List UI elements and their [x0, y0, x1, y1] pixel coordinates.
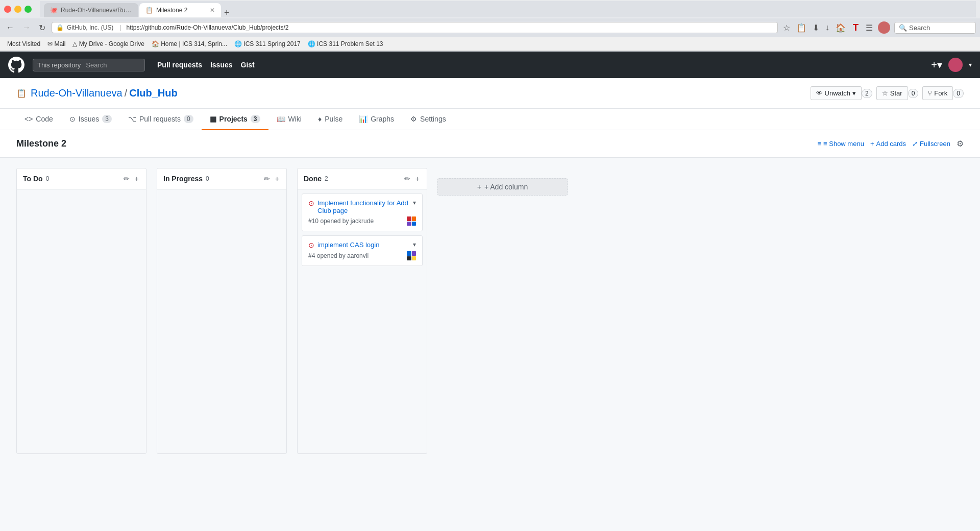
projects-count: 3	[251, 115, 260, 123]
forward-button[interactable]: →	[20, 22, 33, 33]
browser-addressbar: ← → ↻ 🔒 GitHub, Inc. (US) | ☆ 📋 ⬇ ↓ 🏠 T …	[0, 18, 980, 37]
browser-tab-2[interactable]: 📋 Milestone 2 ✕	[139, 3, 221, 17]
column-inprogress-actions: ✏ +	[263, 174, 280, 184]
repo-header: 📋 Rude-Oh-Villanueva / Club_Hub 👁 Unwatc…	[0, 78, 980, 109]
back-button[interactable]: ←	[4, 22, 16, 33]
browser-tab-1[interactable]: 🐙 Rude-Oh-Villanueva/Rude-C...	[44, 3, 138, 17]
user-avatar-dropdown[interactable]: ▾	[969, 61, 972, 68]
minimize-btn[interactable]	[14, 6, 21, 13]
repo-owner-link[interactable]: Rude-Oh-Villanueva	[31, 87, 122, 99]
issue-open-icon: ⊙	[308, 199, 314, 207]
bookmark-star-icon[interactable]: ☆	[782, 22, 791, 34]
add-card-inprogress-button[interactable]: +	[274, 174, 280, 184]
github-nav: Pull requests Issues Gist	[157, 61, 255, 69]
browser-tab-bar: 🐙 Rude-Oh-Villanueva/Rude-C... 📋 Milesto…	[40, 1, 976, 17]
code-icon: <>	[24, 115, 33, 123]
bookmark-ics311[interactable]: 🌐 ICS 311 Spring 2017	[231, 39, 304, 49]
menu-icon[interactable]: ☰	[865, 22, 874, 34]
card-2-issue-info: #4 opened by aaronvil	[308, 252, 369, 259]
edit-inprogress-column-button[interactable]: ✏	[263, 174, 271, 184]
bookmark-mail[interactable]: ✉ Mail	[44, 39, 68, 49]
nav-issues[interactable]: Issues	[210, 61, 233, 69]
tab-graphs[interactable]: 📊 Graphs	[351, 109, 402, 130]
column-done: Done 2 ✏ + ⊙ Implement functionality for…	[297, 168, 427, 454]
github-header: This repository Search Pull requests Iss…	[0, 52, 980, 78]
fullscreen-button[interactable]: ⤢ Fullscreen	[912, 140, 950, 148]
fork-button[interactable]: ⑂ Fork	[922, 86, 953, 100]
add-column-button[interactable]: + + Add column	[437, 178, 568, 196]
tab-projects[interactable]: ▦ Projects 3	[202, 109, 268, 130]
plus-icon: +	[870, 140, 874, 148]
bookmark-ics314[interactable]: 🏠 Home | ICS 314, Sprin...	[149, 39, 230, 49]
bookmarks-bar: Most Visited ✉ Mail △ My Drive - Google …	[0, 37, 980, 51]
bookmark-ics311ps[interactable]: 🌐 ICS 311 Problem Set 13	[305, 39, 386, 49]
repo-icon: 📋	[16, 88, 27, 98]
unwatch-button[interactable]: 👁 Unwatch ▾	[811, 86, 862, 100]
search-icon: 🔍	[899, 24, 907, 32]
card-1-title[interactable]: Implement functionality for Add Club pag…	[317, 199, 410, 214]
fork-group: ⑂ Fork 0	[922, 86, 964, 100]
repo-title: 📋 Rude-Oh-Villanueva / Club_Hub	[16, 87, 178, 99]
github-search-box[interactable]: This repository Search	[33, 59, 145, 71]
close-btn[interactable]	[4, 6, 11, 13]
bookmark-most-visited[interactable]: Most Visited	[4, 39, 43, 49]
show-menu-button[interactable]: ≡ ≡ Show menu	[817, 140, 864, 148]
column-done-count: 2	[325, 175, 328, 182]
star-count: 0	[908, 89, 919, 98]
column-todo-actions: ✏ +	[122, 174, 140, 184]
nav-gist[interactable]: Gist	[241, 61, 255, 69]
tab-pulse[interactable]: ♦ Pulse	[310, 109, 351, 130]
address-bar[interactable]: 🔒 GitHub, Inc. (US) |	[52, 22, 778, 33]
edit-done-column-button[interactable]: ✏	[403, 174, 411, 184]
add-card-todo-button[interactable]: +	[134, 174, 140, 184]
add-column-area: + + Add column	[437, 168, 568, 454]
tab2-icon: 📋	[145, 7, 153, 14]
issues-count: 3	[102, 115, 112, 123]
tab-pullrequests[interactable]: ⌥ Pull requests 0	[120, 109, 202, 130]
tab2-close-icon[interactable]: ✕	[210, 7, 215, 14]
refresh-button[interactable]: ↻	[37, 22, 47, 34]
card-2-header: ⊙ implement CAS login ▾	[308, 241, 416, 249]
star-label: Star	[890, 89, 902, 97]
card-1-toggle[interactable]: ▾	[413, 199, 416, 206]
readinglist-icon[interactable]: 📋	[795, 22, 807, 34]
home-icon[interactable]: 🏠	[835, 22, 847, 34]
card-2-title[interactable]: implement CAS login	[317, 241, 410, 249]
star-button[interactable]: ☆ Star	[876, 86, 908, 100]
pocket-icon[interactable]: ⬇	[812, 22, 820, 34]
bookmark-gdrive[interactable]: △ My Drive - Google Drive	[69, 39, 147, 49]
address-input[interactable]	[126, 24, 773, 31]
tab-issues[interactable]: ⊙ Issues 3	[61, 109, 120, 130]
card-2: ⊙ implement CAS login ▾ #4 opened by aar…	[302, 235, 423, 266]
tab2-label: Milestone 2	[156, 7, 187, 14]
tab-wiki[interactable]: 📖 Wiki	[268, 109, 310, 130]
settings-icon: ⚙	[410, 115, 417, 123]
download-icon[interactable]: ↓	[824, 22, 830, 33]
firefox-search-box[interactable]: 🔍 Search	[894, 22, 976, 34]
maximize-btn[interactable]	[24, 6, 32, 13]
column-todo-cards	[17, 189, 146, 453]
tab-settings[interactable]: ⚙ Settings	[402, 109, 454, 130]
unwatch-group: 👁 Unwatch ▾ 2	[811, 86, 872, 100]
card-2-toggle[interactable]: ▾	[413, 241, 416, 248]
nav-pullrequests[interactable]: Pull requests	[157, 61, 202, 69]
repo-actions: 👁 Unwatch ▾ 2 ☆ Star 0 ⑂ Fork 0	[811, 86, 964, 100]
add-cards-button[interactable]: + Add cards	[870, 140, 906, 148]
card-2-avatar	[407, 251, 416, 260]
projects-icon: ▦	[210, 115, 216, 123]
add-column-plus-icon: +	[477, 183, 481, 191]
card-1-avatar	[407, 216, 416, 226]
add-card-done-button[interactable]: +	[414, 174, 421, 184]
column-inprogress: In Progress 0 ✏ +	[157, 168, 287, 454]
tab-code[interactable]: <> Code	[16, 109, 61, 130]
security-icon: 🔒	[56, 24, 64, 31]
project-title: Milestone 2	[16, 138, 66, 149]
new-tab-button[interactable]: +	[224, 8, 230, 17]
card-1: ⊙ Implement functionality for Add Club p…	[302, 194, 423, 231]
user-avatar[interactable]	[948, 58, 963, 72]
edit-todo-column-button[interactable]: ✏	[122, 174, 131, 184]
address-company: GitHub, Inc. (US)	[67, 24, 113, 31]
board-settings-button[interactable]: ⚙	[957, 139, 964, 149]
repo-name-link[interactable]: Club_Hub	[129, 87, 177, 99]
create-new-button[interactable]: +▾	[931, 59, 942, 71]
